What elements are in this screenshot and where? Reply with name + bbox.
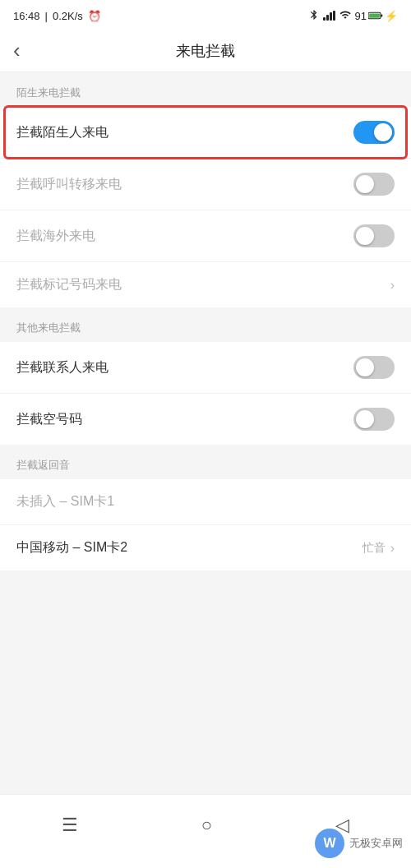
row-right-block-contact <box>353 356 395 379</box>
watermark-text: 无极安卓网 <box>349 836 403 851</box>
page-title: 来电拦截 <box>176 41 235 61</box>
signal-icon <box>323 11 335 21</box>
watermark: W 无极安卓网 <box>315 829 403 858</box>
row-text-block-marked: 拦截标记号码来电 <box>16 276 122 293</box>
row-text-block-stranger: 拦截陌生人来电 <box>16 124 109 141</box>
alarm-icon: ⏰ <box>88 10 101 22</box>
status-left: 16:48 | 0.2K/s ⏰ <box>13 10 101 22</box>
chevron-icon-block-marked: › <box>390 278 395 293</box>
row-right-block-stranger <box>353 121 395 144</box>
row-block-contact[interactable]: 拦截联系人来电 <box>0 342 411 394</box>
row-text-block-empty: 拦截空号码 <box>16 411 82 428</box>
network-speed: 0.2K/s <box>53 10 83 22</box>
row-block-overseas[interactable]: 拦截海外来电 <box>0 210 411 262</box>
watermark-logo-letter: W <box>323 836 335 851</box>
toggle-block-contact[interactable] <box>353 356 395 379</box>
row-right-block-overseas <box>353 224 395 247</box>
toggle-block-stranger[interactable] <box>353 121 395 144</box>
row-block-forward[interactable]: 拦截呼叫转移来电 <box>0 159 411 210</box>
svg-rect-1 <box>369 13 380 17</box>
section-body-echo: 未插入 – SIM卡1 中国移动 – SIM卡2 忙音 › <box>0 479 411 570</box>
row-right-block-forward <box>353 173 395 196</box>
section-label-echo: 拦截返回音 <box>0 458 411 479</box>
row-text-block-contact: 拦截联系人来电 <box>16 359 109 376</box>
toggle-knob-block-empty <box>356 410 374 428</box>
toggle-knob-block-stranger <box>374 123 392 141</box>
main-content: 陌生来电拦截 拦截陌生人来电 拦截呼叫转移来电 <box>0 85 411 653</box>
section-label-other: 其他来电拦截 <box>0 321 411 342</box>
watermark-logo: W <box>315 829 344 858</box>
battery-percent: 91 <box>355 10 367 22</box>
row-sim1: 未插入 – SIM卡1 <box>0 479 411 525</box>
row-text-sim2: 中国移动 – SIM卡2 <box>16 539 127 556</box>
home-icon: ○ <box>201 815 212 836</box>
speed: | <box>45 10 48 22</box>
section-stranger: 陌生来电拦截 拦截陌生人来电 拦截呼叫转移来电 <box>0 85 411 307</box>
bluetooth-icon <box>308 9 320 23</box>
section-body-stranger: 拦截陌生人来电 拦截呼叫转移来电 拦截海外来电 <box>0 107 411 307</box>
row-sub-sim2: 忙音 <box>363 541 386 556</box>
row-block-marked[interactable]: 拦截标记号码来电 › <box>0 262 411 307</box>
section-label-stranger: 陌生来电拦截 <box>0 85 411 107</box>
toggle-block-forward[interactable] <box>353 173 395 196</box>
time: 16:48 <box>13 10 40 22</box>
section-echo: 拦截返回音 未插入 – SIM卡1 中国移动 – SIM卡2 忙音 › <box>0 458 411 570</box>
row-right-block-marked: › <box>390 278 395 293</box>
chevron-icon-sim2: › <box>390 541 395 556</box>
nav-menu-button[interactable]: ☰ <box>42 806 98 844</box>
status-bar: 16:48 | 0.2K/s ⏰ 91 ⚡ <box>0 0 411 30</box>
wifi-icon <box>339 9 352 23</box>
header: ‹ 来电拦截 <box>0 30 411 72</box>
svg-rect-2 <box>381 15 382 17</box>
row-text-block-overseas: 拦截海外来电 <box>16 228 95 245</box>
bottom-nav: ☰ ○ ◁ W 无极安卓网 <box>0 794 411 868</box>
section-other: 其他来电拦截 拦截联系人来电 拦截空号码 <box>0 321 411 445</box>
nav-home-button[interactable]: ○ <box>182 806 232 844</box>
row-right-block-empty <box>353 408 395 431</box>
row-text-block-forward: 拦截呼叫转移来电 <box>16 176 122 193</box>
menu-icon: ☰ <box>62 815 78 836</box>
section-body-other: 拦截联系人来电 拦截空号码 <box>0 342 411 445</box>
row-text-sim1: 未插入 – SIM卡1 <box>16 493 114 510</box>
back-icon: ‹ <box>13 38 21 63</box>
toggle-knob-block-forward <box>356 175 374 193</box>
toggle-knob-block-contact <box>356 358 374 376</box>
row-block-empty[interactable]: 拦截空号码 <box>0 394 411 445</box>
row-block-stranger[interactable]: 拦截陌生人来电 <box>0 107 411 159</box>
row-sim2[interactable]: 中国移动 – SIM卡2 忙音 › <box>0 525 411 570</box>
row-right-sim2: 忙音 › <box>363 541 395 556</box>
toggle-block-overseas[interactable] <box>353 224 395 247</box>
battery-icon: 91 ⚡ <box>355 10 398 22</box>
back-button[interactable]: ‹ <box>13 38 21 63</box>
toggle-knob-block-overseas <box>356 227 374 245</box>
toggle-block-empty[interactable] <box>353 408 395 431</box>
status-right: 91 ⚡ <box>308 9 398 23</box>
lightning-icon: ⚡ <box>385 10 398 22</box>
